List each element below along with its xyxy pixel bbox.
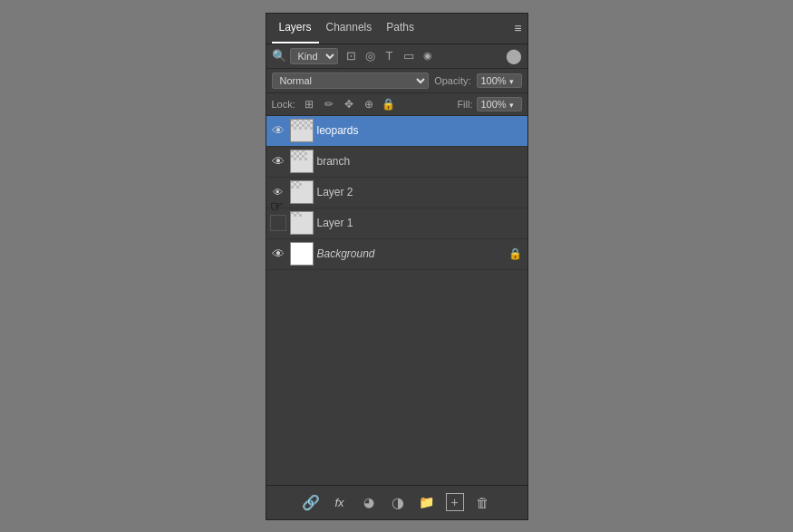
svg-rect-17 [299, 127, 302, 130]
panel-menu-icon[interactable]: ≡ [514, 21, 521, 35]
filter-bar: 🔍 Kind ⊡ ◎ T ▭ ◉ ⬤ [266, 44, 527, 69]
svg-rect-36 [294, 183, 296, 186]
svg-rect-41 [291, 211, 294, 214]
svg-rect-6 [302, 119, 305, 121]
svg-rect-24 [294, 152, 296, 155]
svg-rect-22 [296, 150, 299, 152]
filter-shape-icon[interactable]: ▭ [401, 48, 417, 64]
fill-input[interactable]: 100% ▾ [477, 97, 522, 111]
svg-rect-8 [294, 121, 296, 124]
svg-rect-38 [291, 186, 294, 189]
tab-bar: Layers Channels Paths ≡ [266, 14, 527, 44]
layer-effects-button[interactable]: fx [330, 492, 350, 512]
opacity-input[interactable]: 100% ▾ [477, 73, 522, 88]
svg-rect-14 [302, 124, 305, 127]
blend-mode-dropdown[interactable]: Normal [272, 73, 430, 89]
visibility-icon[interactable]: 👁 [270, 153, 286, 169]
svg-rect-32 [305, 158, 307, 160]
search-icon: 🔍 [272, 49, 286, 63]
svg-rect-27 [291, 155, 294, 158]
svg-rect-28 [296, 155, 299, 158]
layers-panel: Layers Channels Paths ≡ 🔍 Kind ⊡ ◎ T ▭ ◉… [266, 13, 528, 520]
lock-move-icon[interactable]: ✥ [341, 96, 357, 112]
svg-rect-25 [299, 152, 302, 155]
svg-rect-9 [299, 121, 302, 124]
svg-rect-39 [296, 186, 299, 189]
svg-rect-7 [307, 119, 310, 121]
svg-rect-26 [305, 152, 307, 155]
filter-pixel-icon[interactable]: ⊡ [343, 48, 360, 64]
layer-name: leopards [317, 124, 524, 137]
layer-thumbnail [290, 211, 314, 235]
svg-rect-16 [294, 127, 296, 130]
filter-text-icon[interactable]: T [382, 48, 398, 64]
layer-row[interactable]: Layer 1 [266, 208, 527, 239]
new-fill-layer-button[interactable]: ◕ [359, 492, 379, 512]
lock-all-icon[interactable]: 🔒 [381, 96, 397, 112]
lock-artboard-icon[interactable]: ⊕ [361, 96, 377, 112]
tab-channels[interactable]: Channels [319, 14, 380, 44]
svg-rect-5 [296, 119, 299, 121]
filter-smart-icon[interactable]: ◉ [420, 48, 436, 64]
delete-layer-button[interactable]: 🗑 [473, 492, 493, 512]
svg-rect-11 [310, 121, 313, 124]
svg-rect-34 [291, 180, 294, 183]
layer-thumbnail [290, 180, 314, 204]
svg-rect-12 [291, 124, 294, 127]
layer-row[interactable]: 👁 branch [266, 147, 527, 178]
svg-rect-31 [299, 158, 302, 160]
new-layer-button[interactable]: + [446, 493, 464, 511]
filter-type-icons: ⊡ ◎ T ▭ ◉ [343, 48, 436, 64]
svg-rect-21 [291, 150, 294, 152]
visibility-icon[interactable]: 👁 [270, 184, 286, 200]
lock-label: Lock: [272, 99, 295, 110]
layer-thumbnail [290, 150, 314, 173]
svg-rect-15 [307, 124, 310, 127]
visibility-icon[interactable] [270, 215, 286, 231]
svg-rect-10 [305, 121, 307, 124]
link-layers-button[interactable]: 🔗 [301, 492, 321, 512]
svg-rect-18 [305, 127, 307, 130]
layer-row[interactable]: 👁 Background 🔒 [266, 239, 527, 270]
layer-thumbnail [290, 119, 314, 142]
filter-adjustment-icon[interactable]: ◎ [363, 48, 379, 64]
lock-draw-icon[interactable]: ✏ [321, 96, 337, 112]
svg-rect-44 [299, 214, 302, 217]
lock-pixels-icon[interactable]: ⊞ [301, 96, 317, 112]
svg-rect-30 [294, 158, 296, 160]
layer-lock-icon: 🔒 [508, 247, 522, 260]
layer-name: Layer 2 [317, 186, 524, 198]
opacity-label: Opacity: [434, 75, 470, 86]
tab-paths[interactable]: Paths [379, 14, 421, 44]
layer-name: Layer 1 [317, 217, 524, 229]
svg-rect-42 [296, 211, 299, 214]
new-adjustment-layer-button[interactable]: ◑ [388, 492, 408, 512]
layer-name: branch [317, 155, 524, 168]
new-group-button[interactable]: 📁 [417, 492, 437, 512]
filter-kind-dropdown[interactable]: Kind [290, 48, 338, 64]
layers-list: 👁 [266, 116, 527, 485]
layer-row[interactable]: 👁 Layer 2 ☞ [266, 178, 527, 208]
visibility-icon[interactable]: 👁 [270, 122, 286, 139]
svg-rect-43 [294, 214, 296, 217]
svg-rect-37 [299, 183, 302, 186]
svg-rect-19 [310, 127, 313, 130]
svg-rect-23 [302, 150, 305, 152]
bottom-toolbar: 🔗 fx ◕ ◑ 📁 + 🗑 [266, 485, 527, 519]
tab-layers[interactable]: Layers [272, 14, 319, 44]
lock-fill-bar: Lock: ⊞ ✏ ✥ ⊕ 🔒 Fill: 100% ▾ [266, 93, 527, 116]
layer-row[interactable]: 👁 [266, 116, 527, 147]
svg-rect-29 [302, 155, 305, 158]
svg-rect-4 [291, 119, 294, 121]
fill-label: Fill: [457, 99, 472, 110]
layer-thumbnail [290, 242, 314, 266]
visibility-icon[interactable]: 👁 [270, 246, 286, 262]
blend-opacity-bar: Normal Opacity: 100% ▾ [266, 69, 527, 93]
svg-rect-35 [296, 180, 299, 183]
layer-name: Background [317, 247, 505, 260]
filter-toggle-icon[interactable]: ⬤ [506, 48, 522, 64]
svg-rect-13 [296, 124, 299, 127]
